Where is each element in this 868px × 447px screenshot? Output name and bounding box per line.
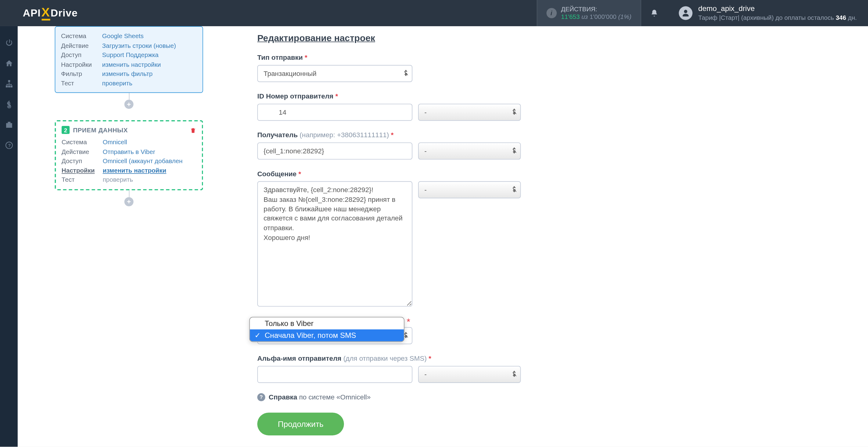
delete-step-button[interactable] [190, 127, 196, 136]
step-row: ДействиеЗагрузить строки (новые) [61, 41, 197, 50]
step-row-value[interactable]: Support Поддержка [102, 50, 159, 60]
step-row-label: Действие [61, 41, 96, 50]
step-row-label: Действие [62, 147, 97, 156]
step-row-value[interactable]: изменить настройки [102, 166, 166, 175]
step-title: ПРИЕМ ДАННЫХ [73, 127, 128, 133]
channel-option-viber-only[interactable]: Только в Viber [250, 317, 404, 329]
step-row-value[interactable]: Google Sheets [102, 31, 144, 41]
alpha-name-label: Альфа-имя отправителя (для отправки чере… [257, 355, 834, 363]
step-row: ДоступOmnicell (аккаунт добавлен [62, 156, 196, 166]
step-row-value[interactable]: Отправить в Viber [102, 147, 155, 156]
add-step-button[interactable]: + [124, 100, 133, 109]
actions-label: действия: [561, 5, 631, 13]
svg-rect-0 [8, 80, 9, 82]
step1-rows: СистемаGoogle SheetsДействиеЗагрузить ст… [61, 31, 197, 88]
step-row-label: Система [61, 31, 96, 41]
recipient-variable-select[interactable]: - [418, 142, 521, 160]
svg-rect-1 [6, 86, 7, 87]
step-row: Настройкиизменить настройки [62, 166, 196, 175]
step-row-label: Настройки [61, 60, 96, 69]
trash-icon [190, 127, 196, 134]
send-type-label: Тип отправки * [257, 54, 834, 62]
logo[interactable]: API X Drive [23, 6, 78, 21]
step-row: Тестпроверить [61, 78, 197, 88]
message-variable-select[interactable]: - [418, 181, 521, 198]
page-title: Редактирование настроек [257, 33, 834, 43]
step2-rows: СистемаOmnicellДействиеОтправить в Viber… [62, 137, 196, 184]
avatar [679, 6, 692, 20]
sender-id-input[interactable] [257, 104, 412, 121]
nav-connections[interactable] [0, 75, 18, 92]
bell-icon [650, 9, 658, 17]
step-row-value[interactable]: изменить фильтр [102, 69, 153, 78]
step-row-value[interactable]: Omnicell (аккаунт добавлен [102, 156, 183, 166]
nav-help[interactable]: ? [0, 137, 18, 154]
nav-briefcase[interactable] [0, 116, 18, 133]
step-row-value[interactable]: проверить [102, 78, 132, 88]
step-row-label: Настройки [62, 166, 97, 175]
step-row-label: Тест [61, 78, 96, 88]
user-menu[interactable]: demo_apix_drive Тариф |Старт| (архивный)… [668, 0, 868, 26]
sender-id-variable-select[interactable]: - [418, 104, 521, 121]
help-link[interactable]: ? Справка по системе «Omnicell» [257, 393, 834, 401]
tariff-info: Тариф |Старт| (архивный) до оплаты остал… [698, 14, 857, 22]
svg-rect-3 [10, 86, 11, 87]
settings-form: Редактирование настроек Тип отправки * Т… [257, 33, 834, 436]
logo-x-icon: X [41, 6, 50, 21]
step-row: Фильтризменить фильтр [61, 69, 197, 78]
recipient-input[interactable] [257, 142, 412, 160]
sender-id-label: ID Номер отправителя * [257, 92, 834, 100]
step-row: ДоступSupport Поддержка [61, 50, 197, 60]
step-number-badge: 2 [62, 126, 70, 134]
continue-button[interactable]: Продолжить [257, 413, 344, 436]
step-row: СистемаGoogle Sheets [61, 31, 197, 41]
recipient-label: Получатель (например: +380631111111) * [257, 131, 834, 139]
user-name: demo_apix_drive [698, 4, 857, 14]
app-header: API X Drive i действия: 11'653 из 1'000'… [0, 0, 868, 26]
message-textarea[interactable] [257, 181, 412, 306]
dollar-icon: $ [5, 100, 13, 108]
logo-text-prefix: API [23, 7, 41, 19]
nav-home[interactable] [0, 55, 18, 72]
svg-rect-5 [6, 124, 11, 128]
step-row-label: Тест [62, 175, 97, 184]
step-row: ДействиеОтправить в Viber [62, 147, 196, 156]
step-row-value: проверить [102, 175, 133, 184]
alpha-name-input[interactable] [257, 366, 412, 383]
sitemap-icon [5, 80, 13, 88]
step-row-value[interactable]: Omnicell [102, 137, 127, 147]
step-row-label: Доступ [62, 156, 97, 166]
send-type-select[interactable]: Транзакционный [257, 65, 412, 82]
nav-billing[interactable]: $ [0, 96, 18, 113]
channel-dropdown-menu: Только в Viber Сначала Viber, потом SMS [249, 317, 404, 342]
step-card-destination[interactable]: 2 ПРИЕМ ДАННЫХ СистемаOmnicellДействиеОт… [55, 120, 203, 190]
left-nav: $ ? [0, 26, 18, 447]
info-icon: i [546, 8, 557, 18]
question-icon: ? [5, 141, 13, 149]
svg-rect-2 [8, 86, 9, 87]
actions-counter[interactable]: i действия: 11'653 из 1'000'000 (1%) [536, 0, 641, 26]
step-row-value[interactable]: изменить настройки [102, 60, 161, 69]
step-connector-2: + [55, 190, 203, 206]
notifications-button[interactable] [641, 0, 668, 26]
step-card-source[interactable]: СистемаGoogle SheetsДействиеЗагрузить ст… [55, 26, 203, 93]
alpha-name-variable-select[interactable]: - [418, 366, 521, 383]
step-connector: + [55, 93, 203, 109]
nav-power[interactable] [0, 34, 18, 51]
step-row-label: Система [62, 137, 97, 147]
briefcase-icon [5, 121, 13, 129]
step-row: Тестпроверить [62, 175, 196, 184]
svg-text:$: $ [7, 101, 11, 108]
steps-sidebar: СистемаGoogle SheetsДействиеЗагрузить ст… [55, 26, 203, 206]
power-icon [5, 39, 13, 47]
message-label: Сообщение * [257, 170, 834, 178]
add-step-button-2[interactable]: + [124, 197, 133, 206]
channel-option-viber-then-sms[interactable]: Сначала Viber, потом SMS [250, 329, 404, 341]
logo-text-suffix: Drive [51, 7, 78, 19]
home-icon [5, 59, 13, 67]
svg-text:?: ? [8, 143, 11, 148]
step-row-value[interactable]: Загрузить строки (новые) [102, 41, 176, 50]
question-icon: ? [257, 393, 265, 401]
user-icon [682, 9, 689, 17]
step-row-label: Фильтр [61, 69, 96, 78]
